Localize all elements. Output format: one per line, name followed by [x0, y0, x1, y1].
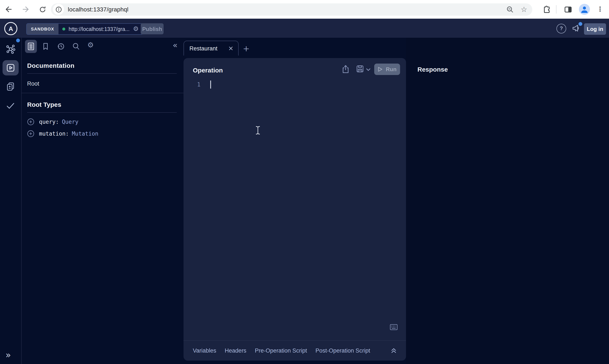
field-type-link[interactable]: Query: [62, 119, 78, 125]
sidebar-item-changelog[interactable]: [5, 81, 16, 91]
docs-icon-row: ⚙ «: [21, 38, 183, 55]
login-button[interactable]: Log in: [584, 23, 606, 35]
collapse-docs-button[interactable]: «: [173, 41, 178, 49]
expand-footer-button[interactable]: [391, 348, 397, 353]
address-bar[interactable]: localhost:1337/graphql ☆: [51, 3, 532, 15]
operation-editor[interactable]: [207, 78, 402, 333]
bookmark-star-icon[interactable]: ☆: [521, 6, 527, 13]
root-type-row-query[interactable]: query:Query: [27, 118, 177, 125]
run-label: Run: [386, 66, 397, 72]
docs-title: Documentation: [27, 62, 177, 69]
footer-tab-post-operation-script[interactable]: Post-Operation Script: [315, 348, 370, 354]
operation-title: Operation: [193, 66, 223, 74]
browser-menu-button[interactable]: ⋮: [595, 4, 605, 14]
forward-arrow-icon: [22, 5, 30, 13]
run-button[interactable]: Run: [374, 64, 400, 75]
profile-person-icon: [579, 4, 590, 15]
docs-tab-search[interactable]: [72, 42, 80, 51]
main-area: » ⚙ « Documentation: [0, 38, 609, 364]
field-type-link[interactable]: Mutation: [72, 130, 98, 137]
response-title: Response: [417, 66, 448, 73]
docs-tab-documentation-active[interactable]: [25, 40, 37, 53]
browser-reload-button[interactable]: [37, 4, 48, 14]
share-icon: [342, 65, 350, 74]
site-info-button[interactable]: [53, 4, 64, 15]
extensions-button[interactable]: [542, 4, 552, 14]
toolbar-divider: [556, 5, 557, 13]
schema-graph-icon: [5, 44, 16, 55]
close-tab-icon[interactable]: ×: [228, 45, 233, 52]
share-operation-button[interactable]: [342, 65, 350, 74]
add-field-icon[interactable]: [27, 130, 34, 137]
checkmark-icon: [5, 100, 16, 111]
documentation-panel: ⚙ « Documentation Root Root Types query:…: [21, 38, 183, 364]
browser-back-button[interactable]: [3, 4, 13, 14]
endpoint-control[interactable]: SANDBOX http://localhost:1337/gra... ⚙: [26, 23, 143, 35]
response-panel: Response: [406, 38, 609, 364]
mouse-ibeam-cursor: [255, 126, 261, 135]
apollo-toolbar: A SANDBOX http://localhost:1337/gra... ⚙…: [0, 19, 609, 38]
notification-dot: [579, 22, 582, 26]
changelog-diff-icon: [5, 81, 16, 91]
info-icon: [55, 6, 62, 13]
operation-panel: Operation Run 1 Variables Head: [183, 58, 406, 361]
docs-divider: [27, 112, 177, 113]
three-dots-icon: ⋮: [597, 6, 604, 13]
sandbox-badge: SANDBOX: [27, 24, 58, 34]
publish-button[interactable]: Publish: [141, 23, 164, 34]
rail-notification-dot: [16, 39, 20, 42]
docs-tab-history[interactable]: [57, 42, 65, 51]
add-field-icon[interactable]: [27, 118, 34, 125]
connection-status-dot: [62, 27, 65, 30]
document-icon: [27, 42, 34, 51]
docs-root-link[interactable]: Root: [27, 80, 177, 87]
editor-line-number: 1: [194, 81, 200, 88]
docs-divider: [27, 73, 177, 74]
docs-tab-settings-gear-icon[interactable]: ⚙: [87, 41, 94, 49]
operation-footer: Variables Headers Pre-Operation Script P…: [183, 340, 406, 361]
endpoint-settings-gear-icon[interactable]: ⚙: [133, 26, 139, 32]
docs-tab-bookmarks[interactable]: [41, 42, 50, 51]
tab-label: Restaurant: [184, 45, 217, 52]
url-text[interactable]: localhost:1337/graphql: [68, 6, 129, 13]
search-icon: [72, 42, 80, 51]
browser-profile-avatar[interactable]: [579, 4, 590, 15]
operation-tab-active[interactable]: Restaurant ×: [183, 41, 239, 55]
keyboard-shortcuts-button[interactable]: [390, 324, 398, 330]
footer-tab-pre-operation-script[interactable]: Pre-Operation Script: [255, 348, 307, 354]
announcements-button[interactable]: [571, 23, 582, 33]
apollo-logo[interactable]: A: [4, 22, 17, 35]
browser-forward-button[interactable]: [21, 4, 31, 14]
side-panel-button[interactable]: [563, 4, 573, 14]
sidebar-item-checks[interactable]: [5, 100, 16, 111]
field-name[interactable]: mutation:: [39, 130, 69, 137]
save-floppy-icon: [356, 65, 364, 73]
zoom-out-icon[interactable]: [506, 6, 514, 13]
reload-icon: [39, 6, 46, 13]
endpoint-url-text[interactable]: http://localhost:1337/gra...: [69, 26, 130, 32]
left-nav-rail: »: [0, 38, 22, 364]
run-play-icon: [378, 66, 383, 72]
keyboard-icon: [390, 324, 398, 330]
sidebar-item-explorer-active[interactable]: [2, 60, 19, 76]
footer-tab-headers[interactable]: Headers: [225, 348, 246, 354]
explorer-play-icon: [6, 63, 15, 72]
field-name[interactable]: query:: [39, 119, 59, 125]
apollo-sandbox-app: localhost:1337/graphql ☆ ⋮ A SANDBOX htt…: [0, 0, 609, 364]
docs-root-types-title: Root Types: [27, 101, 177, 108]
root-type-row-mutation[interactable]: mutation:Mutation: [27, 130, 177, 137]
new-tab-button[interactable]: +: [243, 44, 250, 52]
question-mark-icon: ?: [560, 26, 563, 31]
save-options-dropdown[interactable]: [366, 68, 370, 71]
double-chevron-up-icon: [391, 348, 397, 353]
bookmark-icon: [41, 42, 50, 51]
sidebar-item-schema[interactable]: [5, 44, 16, 55]
save-operation-button[interactable]: [356, 65, 364, 73]
help-button[interactable]: ?: [557, 24, 566, 33]
expand-rail-button[interactable]: »: [5, 351, 11, 360]
history-clock-icon: [57, 42, 65, 51]
footer-tab-variables[interactable]: Variables: [193, 348, 216, 354]
browser-chrome: localhost:1337/graphql ☆ ⋮: [0, 0, 609, 19]
side-panel-icon: [564, 5, 572, 13]
chevron-down-icon: [366, 68, 370, 71]
